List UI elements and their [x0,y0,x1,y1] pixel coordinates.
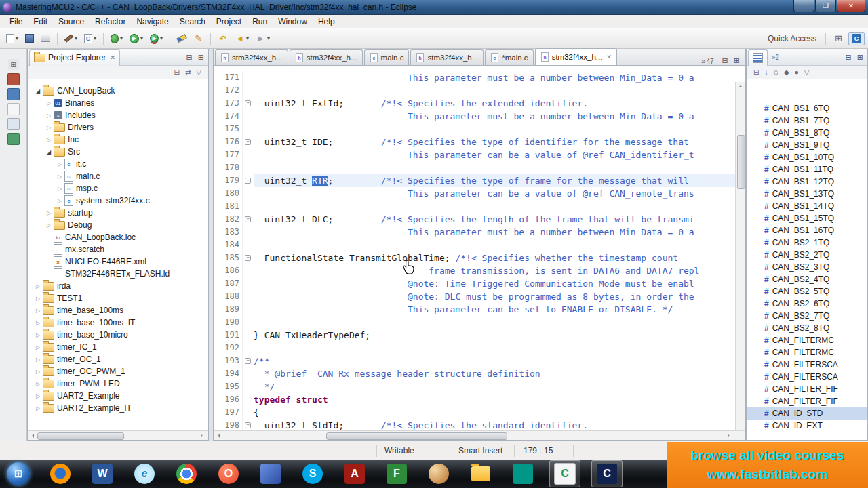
taskbar-ie-icon[interactable]: e [129,460,160,487]
tree-arrow-icon[interactable]: ▷ [55,174,64,180]
taskbar-app-blue-icon[interactable] [255,460,286,487]
open-perspective-button[interactable]: ⊞ [830,31,847,45]
code-line-171[interactable]: 171 This parameter must be a number betw… [214,71,745,84]
tree-item-timer-oc-pwm-1[interactable]: ▷timer_OC_PWM_1 [28,365,208,378]
code-line-191[interactable]: 191} CAN_TxHeaderTypeDef; [214,329,745,342]
view-menu-icon[interactable]: ▽ [802,68,812,77]
scrollbar-thumb[interactable] [326,432,507,440]
sort-icon[interactable]: ↓ [762,68,770,77]
code-line-175[interactable]: 175 [214,123,745,136]
code-line-173[interactable]: 173− uint32_t ExtId; /*!< Specifies the … [214,97,745,110]
tree-arrow-icon[interactable]: ▷ [33,381,43,387]
maximize-view-icon[interactable]: ⊞ [854,53,866,62]
restore-views-button[interactable]: ⊞ [5,57,22,72]
code-line-187[interactable]: 187 @note: Time Triggered Communication … [214,277,745,290]
editor-tab-stm32f4xx-h-0[interactable]: stm32f4xx_h... [215,49,288,65]
tree-item-drivers[interactable]: ▷Drivers [28,121,208,134]
search-button[interactable] [174,34,189,43]
menu-file[interactable]: File [4,16,28,28]
code-line-185[interactable]: 185− FunctionalState TransmitGlobalTime;… [214,251,745,264]
tree-item-main-c[interactable]: ▷main.c [28,170,208,182]
code-line-178[interactable]: 178 [214,161,745,174]
tree-arrow-icon[interactable]: ◢ [44,149,54,155]
tree-arrow-icon[interactable]: ▷ [44,137,54,143]
tree-arrow-icon[interactable]: ▷ [44,113,54,119]
minimized-view-button-1[interactable] [5,72,22,87]
code-line-176[interactable]: 176− uint32_t IDE; /*!< Specifies the ty… [214,136,745,148]
outline-item-can-bs1-6tq-0[interactable]: #CAN_BS1_6TQ [747,102,867,115]
tree-item-inc[interactable]: ▷Inc [28,134,208,146]
outline-item-can-filtersca-22[interactable]: #CAN_FILTERSCA [747,371,867,383]
code-editor[interactable]: 171 This parameter must be a number betw… [214,66,745,432]
link-editor-icon[interactable]: ⇄ [182,68,193,77]
tree-item-uart2-example-it[interactable]: ▷UART2_Example_IT [28,402,208,414]
editor-tab-main-c-2[interactable]: main.c [364,49,410,65]
outline-item-can-filter-fif-23[interactable]: #CAN_FILTER_FIF [747,383,867,395]
fold-marker-icon[interactable]: − [245,216,251,222]
hide-fields-icon[interactable]: ◇ [770,68,781,77]
outline-item-can-bs2-7tq-17[interactable]: #CAN_BS2_7TQ [747,310,867,322]
tree-item-test1[interactable]: ▷TEST1 [28,292,208,304]
hide-non-public-icon[interactable]: ● [792,68,802,77]
tree-item-startup[interactable]: ▷startup [28,207,208,219]
cpp-perspective-button[interactable]: C [848,32,865,45]
maximize-view-icon[interactable]: ⊞ [195,53,207,62]
fold-marker-icon[interactable]: − [245,358,251,364]
tree-item-binaries[interactable]: ▷01Binaries [28,97,208,109]
project-explorer-tab[interactable]: Project Explorer ✕ [29,49,120,66]
tree-arrow-icon[interactable]: ▷ [55,198,64,204]
tree-arrow-icon[interactable]: ▷ [44,210,54,216]
menu-source[interactable]: Source [53,16,90,28]
mark-occurrences-button[interactable]: ✎ [191,31,206,45]
tree-arrow-icon[interactable]: ▷ [33,320,43,326]
editor-list-button[interactable]: »47 [701,57,713,65]
outline-item-can-bs1-12tq-6[interactable]: #CAN_BS1_12TQ [747,176,867,188]
close-view-icon[interactable]: ✕ [110,54,115,61]
outline-item-can-bs1-9tq-3[interactable]: #CAN_BS1_9TQ [747,139,867,151]
tree-item-uart2-example[interactable]: ▷UART2_Example [28,390,208,402]
code-line-180[interactable]: 180 This parameter can be a value of @re… [214,187,745,200]
outline-item-can-bs2-1tq-11[interactable]: #CAN_BS2_1TQ [747,237,867,249]
taskbar-skype-icon[interactable]: S [297,460,328,487]
outline-item-can-bs1-15tq-9[interactable]: #CAN_BS1_15TQ [747,212,867,224]
tree-arrow-icon[interactable]: ▷ [44,100,54,106]
code-viewport[interactable]: 171 This parameter must be a number betw… [214,66,745,432]
taskbar-chrome-icon[interactable] [171,460,202,487]
outline-item-can-filtermc-19[interactable]: #CAN_FILTERMC [747,334,867,346]
tree-arrow-icon[interactable]: ▷ [55,161,64,167]
minimized-view-button-3[interactable] [5,102,22,117]
save-button[interactable] [22,32,37,45]
view-overflow-button[interactable]: »2 [772,54,779,61]
outline-item-can-bs1-11tq-5[interactable]: #CAN_BS1_11TQ [747,163,867,176]
code-line-172[interactable]: 172 [214,84,745,97]
tree-arrow-icon[interactable]: ▷ [33,344,43,350]
new-wizard-button[interactable]: ▾ [3,32,21,45]
menu-window[interactable]: Window [273,16,313,28]
run-button[interactable]: ▶▾ [127,32,146,45]
start-button[interactable]: ⊞ [3,460,34,487]
menu-run[interactable]: Run [247,16,273,28]
code-line-184[interactable]: 184 [214,239,745,251]
code-line-188[interactable]: 188 @note: DLC must be programmed as 8 b… [214,290,745,303]
code-line-190[interactable]: 190 [214,316,745,329]
maximize-editor-icon[interactable]: ⊞ [731,56,743,65]
code-line-181[interactable]: 181 [214,200,745,213]
scroll-right-icon[interactable] [728,432,734,439]
outline-item-can-filter-fif-24[interactable]: #CAN_FILTER_FIF [747,395,867,407]
taskbar-eclipse-cpp-icon[interactable]: C [549,460,580,487]
tree-item-includes[interactable]: ▷≡Includes [28,109,208,121]
scroll-right-icon[interactable] [201,432,208,439]
menu-navigate[interactable]: Navigate [131,16,174,28]
tree-arrow-icon[interactable]: ◢ [33,88,43,94]
code-line-174[interactable]: 174 This parameter must be a number betw… [214,110,745,123]
outline-item-can-bs1-16tq-10[interactable]: #CAN_BS1_16TQ [747,224,867,237]
outline-item-can-bs2-4tq-14[interactable]: #CAN_BS2_4TQ [747,273,867,285]
editor-tab-stm32f4xx-h-1[interactable]: stm32f4xx_h... [290,49,363,65]
collapse-all-icon[interactable]: ⊟ [751,68,762,77]
taskbar-firefox-icon[interactable] [45,460,76,487]
close-window-button[interactable]: ✕ [837,0,865,12]
tree-item-can-loopback-ioc[interactable]: CAN_LoopBack.ioc [28,231,208,243]
build-button[interactable]: ▾ [62,33,80,43]
minimized-view-button-5[interactable] [5,131,22,146]
new-c-file-button[interactable]: C▾ [81,32,99,45]
